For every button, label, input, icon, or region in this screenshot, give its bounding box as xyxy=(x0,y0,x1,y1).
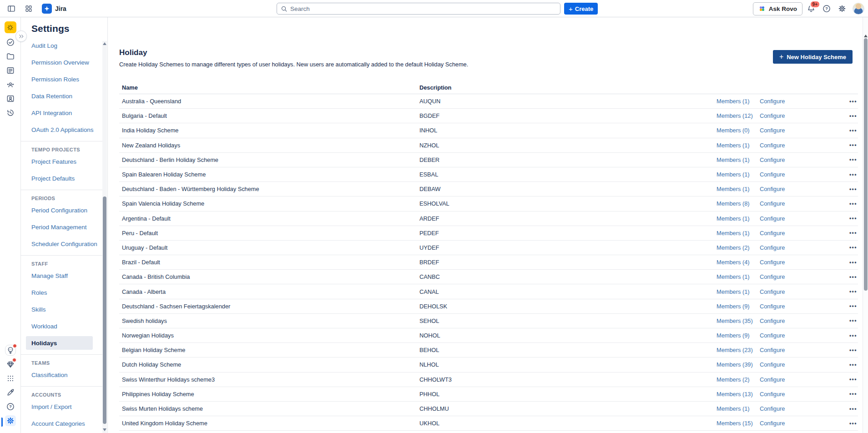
sidebar-item-audit-log[interactable]: Audit Log xyxy=(21,37,107,54)
configure-link[interactable]: Configure xyxy=(760,273,843,280)
configure-link[interactable]: Configure xyxy=(760,112,843,119)
row-actions-menu[interactable]: ••• xyxy=(843,317,858,324)
page-scrollbar[interactable] xyxy=(863,17,868,433)
sidebar-item-project-defaults[interactable]: Project Defaults xyxy=(21,170,107,187)
create-button[interactable]: + Create xyxy=(564,3,598,15)
row-actions-menu[interactable]: ••• xyxy=(843,420,858,427)
row-actions-menu[interactable]: ••• xyxy=(843,347,858,353)
sidebar-item-oauth-2-0-applications[interactable]: OAuth 2.0 Applications xyxy=(21,121,107,138)
sidebar-item-import-export[interactable]: Import / Export xyxy=(21,398,107,415)
row-actions-menu[interactable]: ••• xyxy=(843,391,858,397)
whats-new-button[interactable] xyxy=(5,387,16,398)
members-link[interactable]: Members (1) xyxy=(717,171,760,178)
configure-link[interactable]: Configure xyxy=(760,127,843,134)
sidebar-item-skills[interactable]: Skills xyxy=(21,301,107,318)
members-link[interactable]: Members (1) xyxy=(717,405,760,412)
sidebar-scrollbar[interactable] xyxy=(102,41,107,433)
configure-link[interactable]: Configure xyxy=(760,317,843,324)
premium-trial-button[interactable] xyxy=(5,359,16,370)
scroll-up-arrow[interactable] xyxy=(864,35,868,37)
members-link[interactable]: Members (1) xyxy=(717,186,760,192)
row-actions-menu[interactable]: ••• xyxy=(843,215,858,222)
sidebar-item-period-management[interactable]: Period Management xyxy=(21,219,107,236)
configure-link[interactable]: Configure xyxy=(760,347,843,353)
row-actions-menu[interactable]: ••• xyxy=(843,113,858,119)
members-link[interactable]: Members (13) xyxy=(717,391,760,398)
row-actions-menu[interactable]: ••• xyxy=(843,98,858,105)
members-link[interactable]: Members (9) xyxy=(717,332,760,339)
sidebar-item-scheduler-configuration[interactable]: Scheduler Configuration xyxy=(21,236,107,252)
row-actions-menu[interactable]: ••• xyxy=(843,156,858,163)
configure-link[interactable]: Configure xyxy=(760,391,843,398)
row-actions-menu[interactable]: ••• xyxy=(843,244,858,251)
members-link[interactable]: Members (1) xyxy=(717,230,760,237)
configure-link[interactable]: Configure xyxy=(760,142,843,149)
row-actions-menu[interactable]: ••• xyxy=(843,288,858,295)
sidebar-item-permission-roles[interactable]: Permission Roles xyxy=(21,71,107,88)
members-link[interactable]: Members (8) xyxy=(717,200,760,207)
row-actions-menu[interactable]: ••• xyxy=(843,362,858,368)
ask-rovo-button[interactable]: Ask Rovo xyxy=(753,2,802,15)
configure-link[interactable]: Configure xyxy=(760,420,843,427)
members-link[interactable]: Members (1) xyxy=(717,288,760,295)
sidebar-item-project-features[interactable]: Project Features xyxy=(21,153,107,170)
ai-assistant-button[interactable] xyxy=(5,345,16,356)
configure-link[interactable]: Configure xyxy=(760,156,843,163)
configure-link[interactable]: Configure xyxy=(760,405,843,412)
row-actions-menu[interactable]: ••• xyxy=(843,274,858,280)
configure-link[interactable]: Configure xyxy=(760,186,843,192)
rail-item-approvals[interactable] xyxy=(5,37,16,48)
jira-home-link[interactable]: Jira xyxy=(42,4,66,14)
configure-link[interactable]: Configure xyxy=(760,215,843,222)
rail-settings-button[interactable] xyxy=(5,415,16,426)
rail-item-teams[interactable] xyxy=(5,79,16,90)
members-link[interactable]: Members (2) xyxy=(717,244,760,251)
rail-item-projects[interactable] xyxy=(5,51,16,62)
row-actions-menu[interactable]: ••• xyxy=(843,406,858,412)
sidebar-item-account-categories[interactable]: Account Categories xyxy=(21,415,107,432)
members-link[interactable]: Members (1) xyxy=(717,156,760,163)
configure-link[interactable]: Configure xyxy=(760,171,843,178)
scrollbar-thumb[interactable] xyxy=(864,38,868,291)
members-link[interactable]: Members (12) xyxy=(717,112,760,119)
global-search[interactable] xyxy=(277,3,560,15)
tempo-logo-icon[interactable] xyxy=(5,21,16,33)
sidebar-item-roles[interactable]: Roles xyxy=(21,284,107,301)
sidebar-item-data-retention[interactable]: Data Retention xyxy=(21,88,107,105)
configure-link[interactable]: Configure xyxy=(760,303,843,310)
members-link[interactable]: Members (39) xyxy=(717,361,760,368)
row-actions-menu[interactable]: ••• xyxy=(843,127,858,134)
members-link[interactable]: Members (1) xyxy=(717,273,760,280)
members-link[interactable]: Members (1) xyxy=(717,98,760,105)
row-actions-menu[interactable]: ••• xyxy=(843,186,858,192)
row-actions-menu[interactable]: ••• xyxy=(843,259,858,266)
configure-link[interactable]: Configure xyxy=(760,98,843,105)
help-button[interactable]: ? xyxy=(820,2,833,15)
more-apps-button[interactable] xyxy=(5,373,16,384)
row-actions-menu[interactable]: ••• xyxy=(843,142,858,148)
sidebar-item-period-configuration[interactable]: Period Configuration xyxy=(21,202,107,219)
scrollbar-thumb[interactable] xyxy=(103,196,106,424)
sidebar-item-api-integration[interactable]: API Integration xyxy=(21,105,107,121)
members-link[interactable]: Members (9) xyxy=(717,303,760,310)
app-switcher-button[interactable] xyxy=(22,2,35,15)
members-link[interactable]: Members (1) xyxy=(717,142,760,149)
rail-item-history[interactable] xyxy=(5,107,16,118)
configure-link[interactable]: Configure xyxy=(760,230,843,237)
row-actions-menu[interactable]: ••• xyxy=(843,376,858,383)
members-link[interactable]: Members (23) xyxy=(717,347,760,353)
row-actions-menu[interactable]: ••• xyxy=(843,230,858,236)
configure-link[interactable]: Configure xyxy=(760,376,843,383)
sidebar-item-permission-overview[interactable]: Permission Overview xyxy=(21,54,107,71)
row-actions-menu[interactable]: ••• xyxy=(843,201,858,207)
scroll-down-arrow[interactable] xyxy=(103,428,106,431)
user-avatar[interactable] xyxy=(853,3,864,15)
row-actions-menu[interactable]: ••• xyxy=(843,332,858,339)
members-link[interactable]: Members (2) xyxy=(717,376,760,383)
sidebar-item-workload[interactable]: Workload xyxy=(21,318,107,335)
sidebar-item-classification[interactable]: Classification xyxy=(21,367,107,383)
rail-item-staff[interactable] xyxy=(5,93,16,104)
members-link[interactable]: Members (4) xyxy=(717,259,760,266)
sidebar-item-manage-staff[interactable]: Manage Staff xyxy=(21,267,107,284)
sidebar-item-holidays[interactable]: Holidays xyxy=(21,335,107,352)
